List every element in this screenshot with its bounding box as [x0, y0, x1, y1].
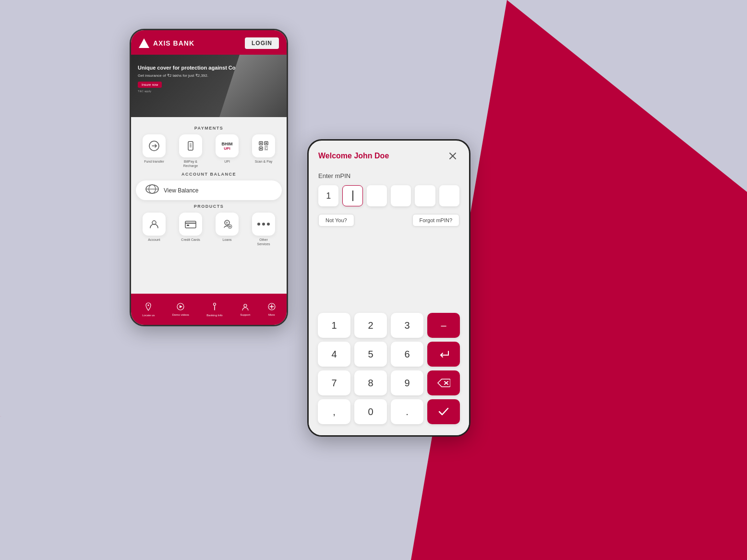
balance-section: View Balance [136, 180, 282, 200]
key-0[interactable]: 0 [354, 399, 387, 424]
not-you-button[interactable]: Not You? [318, 214, 354, 226]
key-5[interactable]: 5 [354, 342, 387, 367]
key-confirm[interactable] [427, 399, 460, 424]
mpin-digit-6[interactable] [439, 185, 459, 206]
key-6[interactable]: 6 [391, 342, 423, 367]
payment-scan[interactable]: Scan & Pay [249, 134, 278, 168]
locate-us-label: Locate us [142, 314, 155, 317]
key-1[interactable]: 1 [318, 313, 350, 338]
key-3[interactable]: 3 [391, 313, 423, 338]
payments-grid: Fund transfer BillPay &Recharge BHIM [136, 134, 282, 168]
nav-locate-us[interactable]: Locate us [142, 302, 155, 317]
mpin-actions: Not You? Forgot mPIN? [318, 214, 459, 226]
svg-rect-19 [185, 221, 196, 228]
numpad-row-1: 1 2 3 – [316, 313, 462, 338]
account-icon [143, 213, 166, 236]
login-button[interactable]: LOGIN [245, 37, 279, 49]
forgot-mpin-button[interactable]: Forgot mPIN? [412, 214, 459, 226]
key-8[interactable]: 8 [354, 370, 387, 395]
numpad: 1 2 3 – 4 5 6 7 8 9 [309, 308, 469, 435]
nav-banking-info[interactable]: Banking Info [206, 302, 222, 317]
key-enter[interactable] [427, 342, 460, 367]
key-9[interactable]: 9 [391, 370, 423, 395]
upi-label: UPI [224, 159, 230, 164]
phone2-device: Welcome John Doe Enter mPIN 1 Not You? F… [307, 139, 470, 437]
products-section-title: PRODUCTS [136, 204, 282, 209]
svg-rect-21 [187, 225, 189, 226]
phone1-device: AXIS BANK LOGIN Unique cover for protect… [130, 29, 288, 326]
more-icon [268, 303, 276, 312]
svg-rect-9 [265, 143, 267, 144]
banner: Unique cover for protection against Coro… [131, 55, 287, 117]
svg-point-25 [148, 304, 149, 306]
mpin-digit-5[interactable] [415, 185, 435, 206]
payment-billpay[interactable]: BillPay &Recharge [176, 134, 205, 168]
key-4[interactable]: 4 [318, 342, 350, 367]
scan-icon [252, 134, 275, 157]
product-loans[interactable]: ₹ Loans [213, 213, 241, 246]
key-period[interactable]: . [391, 399, 423, 424]
account-label: Account [148, 238, 160, 242]
products-grid: Account Credit Cards ₹ [136, 213, 282, 246]
key-comma[interactable]: , [318, 399, 350, 424]
demo-videos-label: Demo videos [172, 313, 189, 316]
view-balance-label: View Balance [164, 187, 199, 194]
banking-info-icon [211, 302, 218, 313]
welcome-text: Welcome John Doe [318, 152, 389, 160]
loans-icon: ₹ [216, 213, 239, 236]
mpin-digit-2[interactable] [342, 185, 362, 206]
mpin-inputs: 1 [318, 185, 459, 206]
svg-rect-10 [260, 148, 262, 149]
axis-logo-icon [139, 38, 149, 48]
phone1-body: PAYMENTS Fund transfer [131, 117, 287, 287]
mpin-digit-3[interactable] [367, 185, 387, 206]
svg-point-28 [214, 303, 216, 305]
credit-cards-icon [179, 213, 202, 236]
key-2[interactable]: 2 [354, 313, 387, 338]
key-backspace[interactable] [427, 370, 460, 395]
mpin-label: Enter mPIN [318, 172, 459, 179]
nav-demo-videos[interactable]: Demo videos [172, 303, 189, 316]
credit-cards-label: Credit Cards [181, 238, 200, 242]
svg-rect-1 [188, 142, 193, 150]
product-account[interactable]: Account [140, 213, 169, 246]
nav-support[interactable]: Support [240, 303, 250, 316]
key-7[interactable]: 7 [318, 370, 350, 395]
fund-transfer-icon [143, 134, 166, 157]
background-bottom-left [0, 416, 288, 560]
scan-label: Scan & Pay [255, 159, 273, 164]
numpad-row-3: 7 8 9 [316, 370, 462, 395]
payment-upi[interactable]: BHIM UPI UPI [213, 134, 241, 168]
support-icon [241, 303, 249, 312]
view-balance-button[interactable]: View Balance [136, 180, 282, 200]
support-label: Support [240, 313, 250, 316]
demo-videos-icon [177, 303, 184, 312]
svg-rect-8 [260, 143, 262, 144]
mpin-digit-4[interactable] [391, 185, 411, 206]
phone1-header: AXIS BANK LOGIN [131, 30, 287, 55]
numpad-row-4: , 0 . [316, 399, 462, 424]
axis-bank-name: AXIS BANK [153, 39, 194, 47]
mpin-digit-1[interactable]: 1 [318, 185, 338, 206]
numpad-row-2: 4 5 6 [316, 342, 462, 367]
product-other-services[interactable]: OtherServices [249, 213, 278, 246]
svg-marker-27 [180, 305, 182, 308]
close-button[interactable] [446, 149, 459, 163]
billpay-icon [179, 134, 202, 157]
banking-info-label: Banking Info [206, 314, 222, 317]
nav-more[interactable]: More [268, 303, 276, 316]
balance-icon [145, 184, 159, 196]
mpin-section: Enter mPIN 1 Not You? Forgot mPIN? [309, 167, 469, 236]
payments-section-title: PAYMENTS [136, 126, 282, 131]
other-services-icon [252, 213, 275, 236]
insure-button[interactable]: Insure now [138, 82, 162, 88]
fund-transfer-label: Fund transfer [144, 159, 164, 164]
product-credit-cards[interactable]: Credit Cards [176, 213, 205, 246]
key-minus[interactable]: – [427, 313, 460, 338]
axis-logo: AXIS BANK [139, 38, 194, 48]
billpay-label: BillPay &Recharge [183, 159, 198, 168]
bottom-nav: Locate us Demo videos Banking Info [131, 294, 287, 325]
svg-text:₹: ₹ [226, 221, 228, 226]
payment-fund-transfer[interactable]: Fund transfer [140, 134, 169, 168]
other-services-label: OtherServices [257, 238, 270, 246]
